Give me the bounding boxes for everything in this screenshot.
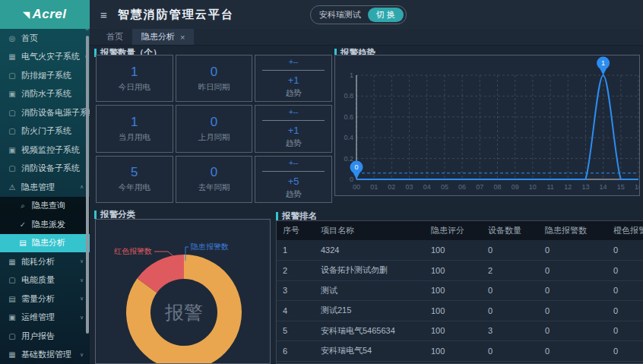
tenant-selector[interactable]: 安科瑞测试 切 换 xyxy=(310,5,407,24)
alarm-trend-chart[interactable]: 00.20.40.60.8100010203040506070809101112… xyxy=(334,55,640,196)
svg-text:0.4: 0.4 xyxy=(344,134,353,141)
cell-project-name: 测试 xyxy=(315,280,425,301)
table-row[interactable]: 1 4324 100 0 0 0 xyxy=(277,240,643,261)
svg-text:报警: 报警 xyxy=(164,302,203,323)
sidebar-item-label: 防排烟子系统 xyxy=(21,70,71,81)
sidebar-subitem-label: 隐患分析 xyxy=(32,237,65,248)
sidebar-item[interactable]: ▢ 消防设备电源子系统 xyxy=(0,103,90,122)
cell-device-count: 0 xyxy=(482,301,539,321)
collapse-sidebar-icon[interactable]: ≡ xyxy=(100,8,107,21)
cell-device-count: 0 xyxy=(482,280,539,301)
cell-index: 7 xyxy=(277,361,315,364)
table-row[interactable]: 4 测试215 100 0 0 0 xyxy=(277,301,643,321)
sidebar-submenu: ⌕ 隐患查询 ✓ 隐患派发 ▤ 隐患分析 xyxy=(0,197,90,253)
table-header-cell: 隐患报警数 xyxy=(539,221,607,240)
cell-hazard-alarms: 0 xyxy=(539,321,607,341)
power-system-icon: ▢ xyxy=(8,109,17,117)
cell-hazard-alarms: 0 xyxy=(539,280,607,301)
sidebar-item[interactable]: ▣ 消防水子系统 xyxy=(0,85,90,104)
sidebar-item[interactable]: ▤ 需量分析 ∨ xyxy=(0,290,90,309)
energy-analysis-icon: ▦ xyxy=(8,258,17,266)
sidebar-item[interactable]: ◎ 首页 xyxy=(0,29,90,48)
cell-hazard-score: 100 xyxy=(425,240,482,261)
sidebar: ◎ 首页 ▦ 电气火灾子系统 ∨ ▢ 防排烟子系统 ▣ 消防水子系统 ▢ 消防设… xyxy=(0,29,90,364)
sidebar-subitem[interactable]: ⌕ 隐患查询 xyxy=(0,197,90,216)
base-data-icon: ▦ xyxy=(8,350,17,359)
cell-device-count: 0 xyxy=(482,240,539,261)
sidebar-item-label: 电能质量 xyxy=(21,274,55,286)
cell-project-name: 新增测试 xyxy=(315,361,425,364)
trend-label: 趋势 xyxy=(286,88,302,99)
cell-project-name: 4324 xyxy=(315,240,425,261)
svg-text:02: 02 xyxy=(388,183,395,191)
svg-text:0: 0 xyxy=(354,163,358,171)
tab[interactable]: 首页 xyxy=(97,29,132,45)
table-row[interactable]: 2 设备拓扑测试勿删 100 2 0 0 xyxy=(277,261,643,281)
table-row[interactable]: 3 测试 100 0 0 0 xyxy=(277,280,643,301)
sidebar-item-label: 运维管理 xyxy=(21,312,55,323)
sidebar-item[interactable]: ▢ 用户报告 xyxy=(0,327,90,346)
tab-close-icon[interactable]: × xyxy=(180,33,185,42)
cell-project-name: 设备拓扑测试勿删 xyxy=(315,261,425,281)
sidebar-subitem[interactable]: ▤ 隐患分析 xyxy=(0,234,90,253)
stat-card-value: 5 今年用电 xyxy=(96,156,173,203)
chevron-icon: ∨ xyxy=(80,315,84,321)
alarm-category-chart[interactable]: 隐患报警数红色报警数报警 xyxy=(95,219,271,364)
sidebar-item[interactable]: ▢ 防排烟子系统 xyxy=(0,66,90,85)
table-row[interactable]: 5 安科瑞电气5465634 100 3 0 0 xyxy=(277,321,643,341)
alarm-count-grid: 1 今日用电 0 昨日同期 +-- +1 趋势 1 当月用电 0 上月同期 xyxy=(96,55,332,203)
svg-text:13: 13 xyxy=(581,183,589,191)
power-quality-icon: ▢ xyxy=(8,276,17,284)
sidebar-item-label: 电气火灾子系统 xyxy=(21,51,80,62)
cell-orange-alarms: 0 xyxy=(607,301,643,321)
fire-device-icon: ▢ xyxy=(8,164,17,173)
table-row[interactable]: 6 安科瑞电气54 100 0 0 0 xyxy=(277,341,643,362)
cell-index: 4 xyxy=(277,301,315,321)
cell-hazard-score: 100 xyxy=(425,261,482,281)
smoke-system-icon: ▢ xyxy=(8,71,17,80)
stat-label: 当月用电 xyxy=(119,132,150,143)
sidebar-item[interactable]: ▢ 电能质量 ∨ xyxy=(0,271,90,290)
chevron-icon: ∧ xyxy=(80,184,84,190)
app-header: ◥ Acrel ≡ 智慧消防管理云平台 安科瑞测试 切 换 xyxy=(0,0,643,29)
cell-hazard-alarms: 0 xyxy=(539,341,607,362)
logo-text: Acrel xyxy=(32,7,66,22)
table-header-cell: 项目名称 xyxy=(315,221,425,240)
ops-management-icon: ▣ xyxy=(8,313,17,321)
sidebar-item[interactable]: ▣ 视频监控子系统 xyxy=(0,141,90,160)
trend-divider xyxy=(262,120,325,121)
svg-text:03: 03 xyxy=(406,183,413,191)
stat-card-peer: 0 去年同期 xyxy=(176,156,253,203)
sidebar-item-label: 视频监控子系统 xyxy=(21,144,80,156)
svg-text:09: 09 xyxy=(512,183,519,191)
alarm-rank-table-panel[interactable]: 序号项目名称隐患评分设备数量隐患报警数橙色报警数 1 4324 100 0 0 … xyxy=(276,220,643,364)
sidebar-item[interactable]: ▦ 能耗分析 ∨ xyxy=(0,252,90,271)
svg-text:1: 1 xyxy=(601,59,605,67)
video-monitor-icon: ▣ xyxy=(8,146,17,154)
cell-orange-alarms: 0 xyxy=(607,261,643,281)
sidebar-item[interactable]: ▣ 运维管理 ∨ xyxy=(0,309,90,328)
stat-peer-label: 去年同期 xyxy=(198,182,230,193)
home-icon: ◎ xyxy=(8,34,17,43)
sidebar-item[interactable]: ⚠ 隐患管理 ∧ xyxy=(0,178,90,197)
sidebar-item[interactable]: ▦ 电气火灾子系统 ∨ xyxy=(0,48,90,67)
sidebar-scrollbar[interactable] xyxy=(86,36,89,334)
sidebar-item[interactable]: ▢ 防火门子系统 xyxy=(0,122,90,141)
sidebar-subitem[interactable]: ✓ 隐患派发 xyxy=(0,215,90,234)
switch-tenant-button[interactable]: 切 换 xyxy=(368,8,404,22)
svg-text:红色报警数: 红色报警数 xyxy=(114,247,152,255)
cell-hazard-alarms: 0 xyxy=(539,261,607,281)
tab[interactable]: 隐患分析 × xyxy=(132,29,194,45)
chevron-icon: ∨ xyxy=(80,296,84,302)
sidebar-item[interactable]: ▢ 消防设备子系统 xyxy=(0,160,90,179)
alarm-rank-table: 序号项目名称隐患评分设备数量隐患报警数橙色报警数 1 4324 100 0 0 … xyxy=(277,221,643,364)
sidebar-item[interactable]: ▦ 基础数据管理 ∨ xyxy=(0,346,90,364)
svg-text:06: 06 xyxy=(458,183,466,191)
table-row[interactable]: 7 新增测试 100 0 0 0 xyxy=(277,361,643,364)
title-accent-bar xyxy=(276,212,278,220)
table-header-row: 序号项目名称隐患评分设备数量隐患报警数橙色报警数 xyxy=(277,221,643,240)
table-header-cell: 设备数量 xyxy=(482,221,539,240)
user-report-icon: ▢ xyxy=(8,332,17,340)
stat-card-trend: +-- +1 趋势 xyxy=(255,105,332,152)
cell-device-count: 0 xyxy=(482,341,539,362)
